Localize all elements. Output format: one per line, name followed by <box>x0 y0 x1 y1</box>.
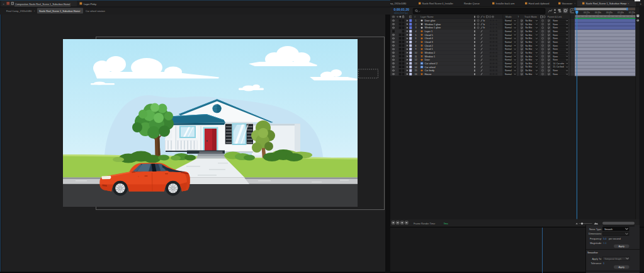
svg-text:No Mat: No Mat <box>526 52 533 54</box>
svg-text:None: None <box>553 45 558 47</box>
svg-text:5.0: 5.0 <box>603 238 606 240</box>
svg-text:1: 1 <box>603 262 604 265</box>
svg-text:No Mat: No Mat <box>526 26 533 29</box>
svg-text:None: None <box>553 20 558 22</box>
svg-text:No Mat: No Mat <box>526 34 533 37</box>
svg-text:Track Matte: Track Matte <box>524 16 537 18</box>
svg-text:1: 1 <box>415 20 417 22</box>
svg-text:Composition Sizzle Reel_Scene: Composition Sizzle Reel_Scene 1_Suburban… <box>15 3 70 6</box>
svg-text:Window 1 glow: Window 1 glow <box>425 26 441 29</box>
svg-text:No Mat: No Mat <box>526 30 533 33</box>
svg-text:None: None <box>553 34 558 37</box>
svg-text:No Mat: No Mat <box>526 55 533 58</box>
svg-text:12: 12 <box>415 59 417 61</box>
svg-text:Sizzle Reel Scene 0_Installer: Sizzle Reel Scene 0_Installer <box>422 3 454 5</box>
svg-text:None: None <box>553 37 558 40</box>
svg-text:Tolerance:: Tolerance: <box>590 262 602 265</box>
svg-text:13: 13 <box>415 62 417 65</box>
svg-text:14: 14 <box>415 66 417 69</box>
svg-text:Sizzle Reel_Scene 1_Suburban H: Sizzle Reel_Scene 1_Suburban Home <box>586 3 627 5</box>
svg-text:Normal: Normal <box>505 26 512 29</box>
svg-text:Normal: Normal <box>505 41 512 44</box>
svg-text:Door glow: Door glow <box>425 20 436 22</box>
svg-text:Layer Pinky: Layer Pinky <box>84 3 96 6</box>
svg-text:Normal: Normal <box>505 45 512 47</box>
svg-text:No Mat: No Mat <box>526 62 533 65</box>
svg-text:Cloud 2: Cloud 2 <box>425 45 433 47</box>
svg-text:Hand and clipboard: Hand and clipboard <box>529 3 550 5</box>
svg-text:None: None <box>553 41 558 44</box>
svg-text:Car wheel rotation: Car wheel rotation <box>86 10 105 13</box>
svg-text:01:15s: 01:15s <box>629 11 635 14</box>
svg-text:No Mat: No Mat <box>526 48 533 50</box>
svg-text:No Mat: No Mat <box>526 20 533 22</box>
svg-text:1.0: 1.0 <box>603 242 606 245</box>
svg-text:6: 6 <box>415 37 417 40</box>
svg-text:11: 11 <box>415 55 417 58</box>
svg-text:None: None <box>553 26 558 29</box>
svg-text:Window 2 glow: Window 2 glow <box>425 23 441 26</box>
svg-text:No Mat: No Mat <box>526 45 533 47</box>
svg-text:Normal: Normal <box>505 73 512 76</box>
svg-text:Normal: Normal <box>505 69 512 72</box>
svg-text:Final Comp_1920x1080: Final Comp_1920x1080 <box>6 10 31 13</box>
svg-text:9: 9 <box>415 48 417 50</box>
svg-text:Temporal Graph: Temporal Graph <box>604 258 621 260</box>
svg-text:00050 (29.97 fps): 00050 (29.97 fps) <box>394 12 408 15</box>
svg-text:10: 10 <box>415 52 417 54</box>
svg-text:No Mat: No Mat <box>526 69 533 72</box>
svg-text:No Mat: No Mat <box>526 23 533 26</box>
svg-text:House: House <box>425 73 432 76</box>
svg-text:None: None <box>553 23 558 26</box>
svg-text:14. Car whe: 14. Car whe <box>553 62 564 65</box>
svg-text:Installer back arm: Installer back arm <box>496 3 515 5</box>
svg-text:No Mat: No Mat <box>526 37 533 40</box>
svg-text:Normal: Normal <box>505 62 512 65</box>
svg-text:fx: fx <box>483 16 485 18</box>
svg-text:Window 2: Window 2 <box>425 52 436 54</box>
svg-text:2: 2 <box>415 23 417 26</box>
svg-text:01:00s: 01:00s <box>618 11 624 14</box>
svg-text:Normal: Normal <box>505 37 512 40</box>
svg-text:None: None <box>553 48 558 50</box>
svg-text:Normal: Normal <box>505 52 512 54</box>
svg-text:8: 8 <box>415 45 417 47</box>
svg-text:mp_1920x1080: mp_1920x1080 <box>390 3 406 5</box>
svg-text:Normal: Normal <box>505 30 512 33</box>
svg-text:Dimensions:: Dimensions: <box>589 233 602 235</box>
svg-text:Normal: Normal <box>505 59 512 61</box>
svg-text:None: None <box>553 69 558 72</box>
svg-text:3: 3 <box>415 26 417 29</box>
svg-text:7ms: 7ms <box>444 223 448 225</box>
svg-text:Layer Name: Layer Name <box>421 16 434 18</box>
svg-text:Smoother: Smoother <box>587 251 599 254</box>
svg-text:15. Car bod: 15. Car bod <box>553 66 563 68</box>
svg-text:No Mat: No Mat <box>526 73 533 76</box>
svg-text:None: None <box>553 30 558 33</box>
svg-text:None: None <box>553 52 558 54</box>
svg-text:Normal: Normal <box>505 55 512 58</box>
svg-text:7: 7 <box>415 41 417 44</box>
svg-text:Cloud 4: Cloud 4 <box>425 37 433 40</box>
svg-text:00:30s: 00:30s <box>595 11 601 14</box>
svg-text:Noise Type:: Noise Type: <box>589 228 602 231</box>
svg-text:4: 4 <box>415 30 417 33</box>
svg-text:00:45s: 00:45s <box>606 11 613 14</box>
svg-text:None: None <box>553 73 558 76</box>
svg-text:None: None <box>553 59 558 61</box>
svg-text:Normal: Normal <box>505 48 512 50</box>
svg-text:Normal: Normal <box>505 34 512 37</box>
svg-text:Frequency:: Frequency: <box>590 238 602 240</box>
svg-text:Car wheel 2: Car wheel 2 <box>425 62 438 65</box>
svg-text:Magnitude:: Magnitude: <box>590 242 602 245</box>
svg-text:No Mat: No Mat <box>526 66 533 68</box>
svg-text:Car body: Car body <box>425 69 435 72</box>
svg-text:Render Queue: Render Queue <box>464 3 480 5</box>
svg-text:15: 15 <box>415 69 417 72</box>
svg-text:No Mat: No Mat <box>526 41 533 44</box>
svg-text:Normal: Normal <box>505 20 512 22</box>
svg-text:00:15s: 00:15s <box>584 11 590 14</box>
svg-text:Door: Door <box>425 59 431 61</box>
svg-text:5: 5 <box>415 34 417 37</box>
svg-text:16: 16 <box>415 73 417 76</box>
